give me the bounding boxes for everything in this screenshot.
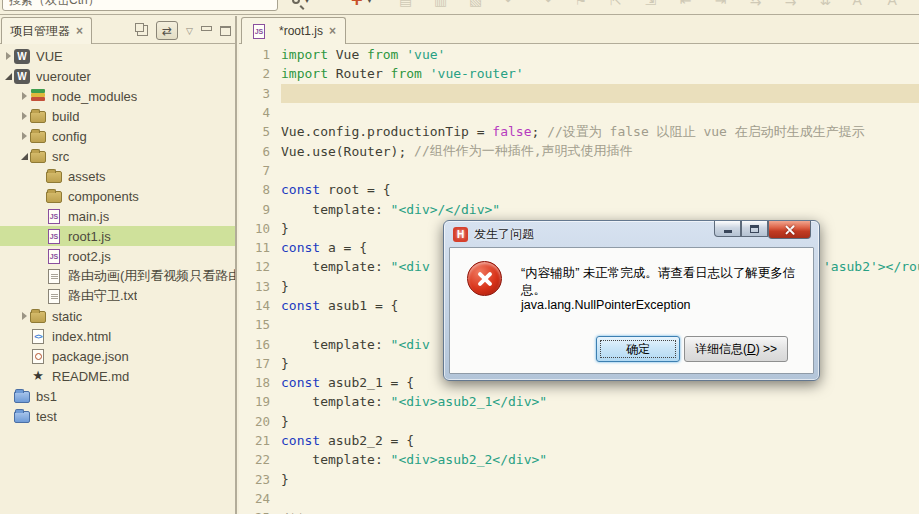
tree-item-label: assets [68, 169, 106, 184]
close-icon[interactable]: × [76, 24, 83, 38]
wproj-icon: W [14, 69, 30, 84]
tree-item-assets[interactable]: assets [0, 166, 235, 186]
js-icon: JS [48, 209, 60, 224]
tree-item-build[interactable]: build [0, 106, 235, 126]
ok-button[interactable]: 确定 [596, 336, 680, 362]
line-number: 9 [239, 202, 281, 217]
code-line-text: import Vue from 'vue' [281, 45, 919, 64]
line-number: 6 [239, 144, 281, 159]
tree-item--[interactable]: 路由动画(用到看视频只看路由动 [0, 266, 235, 286]
tree-item-vuerouter[interactable]: Wvuerouter [0, 66, 235, 86]
undo-icon: ↶ [503, 0, 519, 8]
refresh-icon: ⚑ [573, 0, 589, 8]
dialog-maximize-button[interactable] [741, 221, 768, 237]
code-line-23[interactable]: 23} [239, 470, 919, 489]
code-line-19[interactable]: 19 template: "<div>asub2_1</div>" [239, 392, 919, 411]
tree-item-readme.md[interactable]: ★README.md [0, 366, 235, 386]
line-number: 2 [239, 66, 281, 81]
forward-icon: ⇆ [748, 0, 764, 8]
code-line-text [281, 161, 919, 180]
tree-item-components[interactable]: components [0, 186, 235, 206]
tree-item-index.html[interactable]: <>index.html [0, 326, 235, 346]
collapse-all-icon[interactable] [137, 25, 148, 36]
txt-icon [48, 289, 60, 304]
code-line-text: import Router from 'vue-router' [281, 64, 919, 83]
code-line-6[interactable]: 6Vue.use(Router); //组件作为一种插件,声明式使用插件 [239, 141, 919, 160]
dialog-title: 发生了问题 [474, 226, 534, 243]
new-file-button[interactable]: +▼ [325, 0, 374, 10]
tree-item-node_modules[interactable]: node_modules [0, 86, 235, 106]
code-line-22[interactable]: 22 template: "<div>asub2_2</div>" [239, 450, 919, 469]
code-line-8[interactable]: 8const root = { [239, 180, 919, 199]
project-explorer-header: 项目管理器 × ⇄ ▽ [0, 16, 235, 44]
code-line-2[interactable]: 2import Router from 'vue-router' [239, 64, 919, 83]
html-icon: <> [32, 329, 44, 344]
code-line-7[interactable]: 7 [239, 161, 919, 180]
tree-item-root1.js[interactable]: JSroot1.js [0, 226, 235, 246]
expanded-arrow-icon[interactable] [18, 153, 30, 160]
link-with-editor-icon[interactable]: ⇄ [156, 21, 178, 40]
tree-item-package.json[interactable]: package.json [0, 346, 235, 366]
line-number: 17 [239, 356, 281, 371]
editor-tabbar: JS *root1.js × [239, 16, 919, 44]
main-toolbar: ▼ +▼ ▤▥▧↶↷⚑⇱⇲⇤⇥⇆⇉⇊A⁺A⁻ [0, 0, 919, 15]
font-decrease-icon: A⁻ [888, 0, 904, 8]
code-line-5[interactable]: 5Vue.config.productionTip = false; //设置为… [239, 122, 919, 141]
tree-item-label: VUE [36, 49, 63, 64]
close-icon[interactable]: × [329, 24, 336, 38]
tree-item-src[interactable]: src [0, 146, 235, 166]
collapsed-arrow-icon[interactable] [2, 52, 14, 60]
file-tree: WVUEWvuerouternode_modulesbuildconfigsrc… [0, 46, 235, 514]
tree-item-vue[interactable]: WVUE [0, 46, 235, 66]
maximize-icon[interactable] [220, 26, 231, 36]
prev-annotation-icon: ⇤ [678, 0, 694, 8]
view-menu-icon[interactable]: ▽ [186, 26, 193, 36]
back-icon: ⇉ [783, 0, 799, 8]
tree-item-bs1[interactable]: bs1 [0, 386, 235, 406]
tree-item-label: README.md [52, 369, 129, 384]
code-line-20[interactable]: 20} [239, 412, 919, 431]
code-line-4[interactable]: 4 [239, 103, 919, 122]
tab-root1-js[interactable]: JS *root1.js × [241, 17, 346, 44]
line-number: 11 [239, 240, 281, 255]
code-line-9[interactable]: 9 template: "<div>/</div>" [239, 199, 919, 218]
json-icon [32, 349, 44, 364]
folder-icon [30, 151, 46, 163]
code-fragment-right-of-dialog: 'asub2'></rou [823, 257, 919, 276]
code-line-24[interactable]: 24 [239, 489, 919, 508]
tree-item-label: package.json [52, 349, 129, 364]
tree-item-label: build [52, 109, 79, 124]
tab-project-explorer[interactable]: 项目管理器 × [1, 17, 92, 44]
expanded-arrow-icon[interactable] [2, 73, 14, 80]
line-number: 1 [239, 47, 281, 62]
code-line-3[interactable]: 3 [239, 84, 919, 103]
code-line-1[interactable]: 1import Vue from 'vue' [239, 45, 919, 64]
collapsed-arrow-icon[interactable] [18, 312, 30, 320]
dialog-close-button[interactable] [768, 221, 811, 239]
line-number: 12 [239, 259, 281, 274]
font-increase-icon: A⁺ [853, 0, 869, 8]
tree-item-test[interactable]: test [0, 406, 235, 426]
collapsed-arrow-icon[interactable] [18, 132, 30, 140]
dialog-content: “内容辅助” 未正常完成。请查看日志以了解更多信息。 java.lang.Nul… [449, 247, 814, 374]
line-number: 24 [239, 491, 281, 506]
search-icon[interactable]: ▼ [292, 0, 311, 5]
tree-item-config[interactable]: config [0, 126, 235, 146]
line-number: 15 [239, 317, 281, 332]
collapsed-arrow-icon[interactable] [18, 92, 30, 100]
last-edit-icon: ⇥ [713, 0, 729, 8]
tree-item-root2.js[interactable]: JSroot2.js [0, 246, 235, 266]
line-number: 19 [239, 394, 281, 409]
tree-item-static[interactable]: static [0, 306, 235, 326]
folder-icon [30, 311, 46, 323]
tree-item-label: test [36, 409, 57, 424]
details-button[interactable]: 详细信息(D) >> [684, 336, 788, 362]
code-line-21[interactable]: 21const asub2_2 = { [239, 431, 919, 450]
tree-item--.txt[interactable]: 路由守卫.txt [0, 286, 235, 306]
search-input[interactable] [2, 0, 278, 11]
dialog-minimize-button[interactable] [714, 221, 741, 237]
code-line-25[interactable]: 25/** [239, 508, 919, 514]
tree-item-main.js[interactable]: JSmain.js [0, 206, 235, 226]
collapsed-arrow-icon[interactable] [18, 112, 30, 120]
minimize-icon[interactable] [201, 26, 212, 35]
